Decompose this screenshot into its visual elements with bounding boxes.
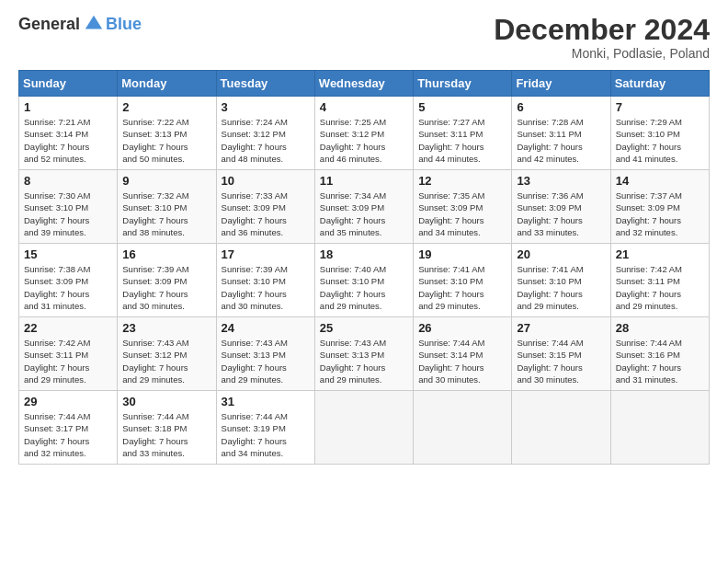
calendar-day: 9Sunrise: 7:32 AMSunset: 3:10 PMDaylight…: [118, 170, 216, 244]
day-number: 7: [616, 100, 704, 114]
day-info: Sunrise: 7:29 AMSunset: 3:10 PMDaylight:…: [616, 116, 704, 165]
day-number: 13: [517, 174, 605, 188]
day-info: Sunrise: 7:42 AMSunset: 3:11 PMDaylight:…: [616, 263, 704, 312]
day-number: 15: [24, 247, 112, 261]
day-info: Sunrise: 7:38 AMSunset: 3:09 PMDaylight:…: [24, 263, 112, 312]
weekday-header: Monday: [118, 71, 216, 97]
calendar-day: 2Sunrise: 7:22 AMSunset: 3:13 PMDaylight…: [118, 97, 216, 170]
day-number: 24: [222, 321, 310, 335]
day-number: 22: [24, 321, 112, 335]
day-info: Sunrise: 7:36 AMSunset: 3:09 PMDaylight:…: [517, 190, 605, 238]
calendar-day: 24Sunrise: 7:43 AMSunset: 3:13 PMDayligh…: [216, 317, 314, 391]
day-number: 11: [320, 174, 408, 188]
calendar-week-row: 15Sunrise: 7:38 AMSunset: 3:09 PMDayligh…: [19, 244, 710, 317]
day-info: Sunrise: 7:22 AMSunset: 3:13 PMDaylight:…: [122, 116, 210, 165]
subtitle: Monki, Podlasie, Poland: [494, 46, 710, 61]
day-info: Sunrise: 7:35 AMSunset: 3:09 PMDaylight:…: [418, 190, 506, 238]
day-number: 4: [320, 100, 408, 114]
weekday-header: Sunday: [19, 71, 118, 97]
calendar-day: 20Sunrise: 7:41 AMSunset: 3:10 PMDayligh…: [512, 244, 610, 317]
calendar-day: 26Sunrise: 7:44 AMSunset: 3:14 PMDayligh…: [414, 317, 512, 391]
calendar-day: 12Sunrise: 7:35 AMSunset: 3:09 PMDayligh…: [414, 170, 512, 244]
day-info: Sunrise: 7:25 AMSunset: 3:12 PMDaylight:…: [320, 116, 408, 165]
calendar-week-row: 8Sunrise: 7:30 AMSunset: 3:10 PMDaylight…: [19, 170, 710, 244]
calendar-day: 23Sunrise: 7:43 AMSunset: 3:12 PMDayligh…: [118, 317, 216, 391]
logo-icon: [84, 14, 104, 34]
calendar-day: 14Sunrise: 7:37 AMSunset: 3:09 PMDayligh…: [610, 170, 709, 244]
day-info: Sunrise: 7:44 AMSunset: 3:16 PMDaylight:…: [616, 337, 704, 385]
calendar-day: 19Sunrise: 7:41 AMSunset: 3:10 PMDayligh…: [414, 244, 512, 317]
day-info: Sunrise: 7:32 AMSunset: 3:10 PMDaylight:…: [122, 190, 210, 238]
day-number: 23: [122, 321, 210, 335]
calendar-container: General Blue December 2024 Monki, Podlas…: [0, 0, 728, 474]
day-info: Sunrise: 7:44 AMSunset: 3:14 PMDaylight:…: [418, 337, 506, 385]
calendar-week-row: 1Sunrise: 7:21 AMSunset: 3:14 PMDaylight…: [19, 97, 710, 170]
day-info: Sunrise: 7:44 AMSunset: 3:17 PMDaylight:…: [24, 410, 112, 459]
day-number: 8: [24, 174, 112, 188]
day-number: 2: [122, 100, 210, 114]
day-number: 17: [222, 247, 310, 261]
calendar-day: [512, 391, 610, 465]
calendar-week-row: 22Sunrise: 7:42 AMSunset: 3:11 PMDayligh…: [19, 317, 710, 391]
day-number: 27: [517, 321, 605, 335]
calendar-day: 18Sunrise: 7:40 AMSunset: 3:10 PMDayligh…: [314, 244, 413, 317]
day-number: 16: [122, 247, 210, 261]
calendar-day: 10Sunrise: 7:33 AMSunset: 3:09 PMDayligh…: [216, 170, 314, 244]
logo-general: General: [18, 15, 80, 34]
day-info: Sunrise: 7:43 AMSunset: 3:13 PMDaylight:…: [320, 337, 408, 385]
calendar-day: 1Sunrise: 7:21 AMSunset: 3:14 PMDaylight…: [19, 97, 118, 170]
calendar-week-row: 29Sunrise: 7:44 AMSunset: 3:17 PMDayligh…: [19, 391, 710, 465]
calendar-day: [610, 391, 709, 465]
day-number: 30: [122, 395, 210, 408]
calendar-day: 28Sunrise: 7:44 AMSunset: 3:16 PMDayligh…: [610, 317, 709, 391]
day-info: Sunrise: 7:34 AMSunset: 3:09 PMDaylight:…: [320, 190, 408, 238]
day-number: 21: [616, 247, 704, 261]
day-number: 25: [320, 321, 408, 335]
day-number: 18: [320, 247, 408, 261]
calendar-day: 16Sunrise: 7:39 AMSunset: 3:09 PMDayligh…: [118, 244, 216, 317]
header-row: SundayMondayTuesdayWednesdayThursdayFrid…: [19, 71, 710, 97]
day-info: Sunrise: 7:39 AMSunset: 3:10 PMDaylight:…: [222, 263, 310, 312]
weekday-header: Friday: [512, 71, 610, 97]
day-info: Sunrise: 7:41 AMSunset: 3:10 PMDaylight:…: [418, 263, 506, 312]
day-info: Sunrise: 7:39 AMSunset: 3:09 PMDaylight:…: [122, 263, 210, 312]
calendar-table: SundayMondayTuesdayWednesdayThursdayFrid…: [18, 70, 710, 465]
calendar-day: 30Sunrise: 7:44 AMSunset: 3:18 PMDayligh…: [118, 391, 216, 465]
day-info: Sunrise: 7:44 AMSunset: 3:15 PMDaylight:…: [517, 337, 605, 385]
calendar-day: 21Sunrise: 7:42 AMSunset: 3:11 PMDayligh…: [610, 244, 709, 317]
day-number: 29: [24, 395, 112, 408]
calendar-day: 22Sunrise: 7:42 AMSunset: 3:11 PMDayligh…: [19, 317, 118, 391]
day-info: Sunrise: 7:21 AMSunset: 3:14 PMDaylight:…: [24, 116, 112, 165]
calendar-day: 29Sunrise: 7:44 AMSunset: 3:17 PMDayligh…: [19, 391, 118, 465]
calendar-day: 25Sunrise: 7:43 AMSunset: 3:13 PMDayligh…: [314, 317, 413, 391]
day-number: 5: [418, 100, 506, 114]
title-area: December 2024 Monki, Podlasie, Poland: [494, 14, 710, 61]
weekday-header: Tuesday: [216, 71, 314, 97]
day-info: Sunrise: 7:30 AMSunset: 3:10 PMDaylight:…: [24, 190, 112, 238]
day-info: Sunrise: 7:42 AMSunset: 3:11 PMDaylight:…: [24, 337, 112, 385]
day-info: Sunrise: 7:28 AMSunset: 3:11 PMDaylight:…: [517, 116, 605, 165]
header: General Blue December 2024 Monki, Podlas…: [18, 14, 710, 61]
day-number: 3: [222, 100, 310, 114]
calendar-day: 11Sunrise: 7:34 AMSunset: 3:09 PMDayligh…: [314, 170, 413, 244]
day-number: 10: [222, 174, 310, 188]
day-info: Sunrise: 7:33 AMSunset: 3:09 PMDaylight:…: [222, 190, 310, 238]
day-number: 20: [517, 247, 605, 261]
day-info: Sunrise: 7:27 AMSunset: 3:11 PMDaylight:…: [418, 116, 506, 165]
calendar-day: 4Sunrise: 7:25 AMSunset: 3:12 PMDaylight…: [314, 97, 413, 170]
day-number: 28: [616, 321, 704, 335]
calendar-day: 27Sunrise: 7:44 AMSunset: 3:15 PMDayligh…: [512, 317, 610, 391]
calendar-day: 13Sunrise: 7:36 AMSunset: 3:09 PMDayligh…: [512, 170, 610, 244]
day-info: Sunrise: 7:44 AMSunset: 3:18 PMDaylight:…: [122, 410, 210, 459]
calendar-day: 31Sunrise: 7:44 AMSunset: 3:19 PMDayligh…: [216, 391, 314, 465]
day-number: 31: [222, 395, 310, 408]
day-number: 19: [418, 247, 506, 261]
day-number: 12: [418, 174, 506, 188]
day-info: Sunrise: 7:41 AMSunset: 3:10 PMDaylight:…: [517, 263, 605, 312]
day-number: 9: [122, 174, 210, 188]
logo-blue: Blue: [106, 15, 142, 34]
day-number: 26: [418, 321, 506, 335]
weekday-header: Saturday: [610, 71, 709, 97]
day-number: 14: [616, 174, 704, 188]
day-info: Sunrise: 7:43 AMSunset: 3:13 PMDaylight:…: [222, 337, 310, 385]
